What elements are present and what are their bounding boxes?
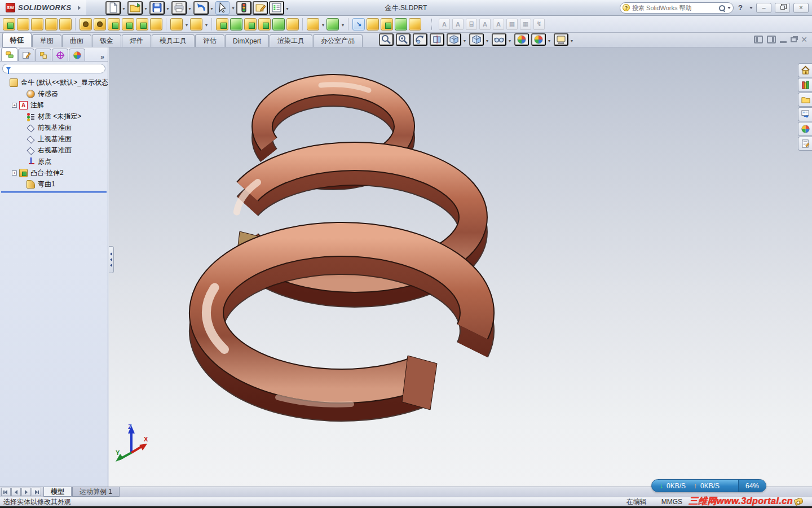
tree-item-right-plane[interactable]: 右视基准面: [2, 144, 108, 156]
section-view-icon[interactable]: [430, 33, 444, 46]
expand-icon[interactable]: [12, 170, 17, 176]
featuremanager-tab-icon[interactable]: [1, 47, 17, 61]
command-tab[interactable]: 模具工具: [152, 34, 195, 47]
hide-show-items-icon[interactable]: [492, 33, 506, 46]
draft-icon[interactable]: [230, 18, 242, 30]
print-icon[interactable]: [171, 1, 187, 15]
view-palette-icon[interactable]: [798, 107, 812, 121]
configurationmanager-tab-icon[interactable]: [35, 49, 51, 61]
new-document-icon[interactable]: [105, 1, 121, 15]
hole-wizard-icon[interactable]: [94, 18, 106, 30]
tree-item-material[interactable]: 材质 <未指定>: [2, 111, 108, 122]
command-tab[interactable]: 曲面: [62, 34, 91, 47]
command-tab[interactable]: 特征: [2, 33, 32, 47]
display-style-icon[interactable]: [469, 33, 484, 46]
tree-item-sensors[interactable]: 传感器: [2, 88, 108, 99]
search-input[interactable]: [630, 5, 718, 11]
custom-properties-icon[interactable]: [798, 137, 812, 151]
separator[interactable]: [348, 18, 349, 30]
network-speed-overlay[interactable]: ↓ 0KB/S ↑ 0KB/S 64%: [651, 479, 766, 492]
rotate-view-icon[interactable]: [413, 33, 427, 46]
displaymanager-tab-icon[interactable]: [69, 49, 85, 61]
swept-cut-icon[interactable]: [122, 18, 134, 30]
file-properties-icon[interactable]: [253, 1, 268, 15]
lofted-boss-icon[interactable]: [45, 18, 58, 30]
panel-overflow-chevron[interactable]: »: [100, 53, 104, 61]
tree-item-top-plane[interactable]: 上视基准面: [2, 133, 108, 144]
wrap-icon[interactable]: [258, 18, 271, 30]
appearances-scenes-icon[interactable]: [798, 122, 812, 136]
doc-minimize-icon[interactable]: [780, 41, 787, 43]
expand-icon[interactable]: [12, 103, 17, 108]
close-button[interactable]: ×: [793, 3, 809, 13]
command-tab[interactable]: 草图: [32, 34, 61, 47]
separator[interactable]: [302, 18, 303, 30]
tree-root-part[interactable]: 金牛 (默认<<默认>_显示状态: [2, 77, 108, 88]
select-cursor-icon[interactable]: [215, 1, 230, 15]
command-tab[interactable]: DimXpert: [225, 34, 269, 47]
shell-icon[interactable]: [244, 18, 257, 30]
propertymanager-tab-icon[interactable]: [18, 49, 34, 61]
separator[interactable]: [166, 18, 167, 30]
options-list-icon[interactable]: [269, 1, 284, 15]
search-dropdown-icon[interactable]: [727, 7, 731, 9]
doc-restore-icon[interactable]: [791, 37, 797, 42]
mirror-icon[interactable]: [286, 18, 299, 30]
search-icon[interactable]: [718, 5, 725, 11]
tree-filter-input[interactable]: [11, 65, 102, 72]
tree-item-flex1[interactable]: 弯曲1: [2, 178, 108, 190]
next-tab-icon[interactable]: [21, 488, 31, 496]
tab-motion-study-1[interactable]: 运动算例 1: [72, 487, 120, 497]
design-library-icon[interactable]: [798, 78, 812, 92]
pane-left-icon[interactable]: [754, 36, 763, 43]
spiral-model[interactable]: [109, 47, 812, 487]
doc-close-icon[interactable]: ✕: [801, 35, 807, 44]
dimxpertmanager-tab-icon[interactable]: [52, 49, 68, 61]
panel-splitter-handle[interactable]: [109, 246, 114, 273]
lofted-cut-icon[interactable]: [136, 18, 148, 30]
boundary-boss-icon[interactable]: [59, 18, 72, 30]
minimize-button[interactable]: –: [756, 3, 771, 13]
fillet-icon[interactable]: [170, 18, 183, 30]
extruded-boss-icon[interactable]: [3, 18, 15, 30]
save-icon[interactable]: [149, 1, 165, 15]
pane-right-icon[interactable]: [767, 36, 776, 43]
help-button[interactable]: ?: [737, 3, 744, 12]
tree-item-origin[interactable]: 原点: [2, 156, 108, 167]
command-tab[interactable]: 钣金: [92, 34, 121, 47]
revolved-cut-icon[interactable]: [108, 18, 120, 30]
apply-scene-icon[interactable]: [531, 33, 546, 46]
command-tab[interactable]: 办公室产品: [313, 34, 363, 47]
undo-icon[interactable]: [193, 1, 209, 15]
solidworks-resources-icon[interactable]: [798, 63, 812, 77]
library-feature-icon[interactable]: [381, 18, 393, 30]
prev-tab-icon[interactable]: [11, 488, 21, 496]
linear-pattern-icon[interactable]: [190, 18, 202, 30]
view-orientation-icon[interactable]: [447, 33, 461, 46]
file-explorer-icon[interactable]: [798, 93, 812, 107]
grid-system-icon[interactable]: [367, 18, 379, 30]
tree-filter-box[interactable]: [2, 64, 105, 73]
command-tab[interactable]: 焊件: [122, 34, 151, 47]
help-search-box[interactable]: ?: [620, 2, 734, 14]
view-settings-icon[interactable]: [554, 33, 568, 46]
separator[interactable]: [75, 18, 76, 30]
swept-boss-icon[interactable]: [31, 18, 43, 30]
rollback-bar[interactable]: [1, 191, 107, 192]
solidworks-menu[interactable]: SOLIDWORKS: [0, 0, 86, 15]
tree-item-annotations[interactable]: 注解: [2, 99, 108, 111]
tree-item-boss-extrude2[interactable]: 凸台-拉伸2: [2, 167, 108, 178]
deform-icon[interactable]: [409, 18, 421, 30]
zoom-to-fit-icon[interactable]: [379, 33, 394, 46]
menu-expand-arrow-icon[interactable]: [78, 6, 81, 10]
tab-model[interactable]: 模型: [43, 487, 72, 497]
open-icon[interactable]: [127, 1, 143, 15]
edit-appearance-icon[interactable]: [514, 33, 529, 46]
help-dropdown-icon[interactable]: [749, 7, 753, 9]
freeform-icon[interactable]: [395, 18, 407, 30]
extruded-cut-icon[interactable]: [80, 18, 92, 30]
restore-button[interactable]: [775, 3, 790, 13]
rib-icon[interactable]: [216, 18, 228, 30]
dome-icon[interactable]: [272, 18, 285, 30]
rebuild-traffic-light-icon[interactable]: [236, 1, 251, 15]
